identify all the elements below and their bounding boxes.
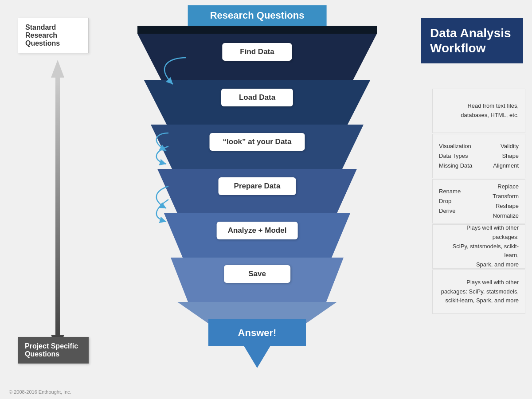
svg-marker-0 [51, 60, 64, 78]
look-data-label: “look” at your Data [223, 137, 292, 146]
load-data-label: Load Data [239, 93, 275, 102]
prep-rename: Rename [439, 187, 461, 196]
note-look-data: Visualization Data Types Missing Data Va… [432, 134, 525, 178]
look-types: Data Types [439, 151, 472, 161]
prepare-data-button[interactable]: Prepare Data [219, 177, 296, 195]
svg-rect-1 [55, 78, 60, 335]
left-panel: Standard Research Questions Project Spec… [9, 18, 98, 390]
svg-text:Answer!: Answer! [238, 327, 277, 338]
note-load-data: Read from text files, databases, HTML, e… [432, 89, 525, 133]
curved-arrows-svg [133, 44, 222, 266]
look-shape: Shape [493, 151, 519, 161]
standard-questions-label: Standard Research Questions [25, 23, 60, 47]
copyright-text: © 2008-2016 Enthought, Inc. [9, 389, 71, 395]
top-bar [137, 26, 377, 34]
project-questions-label: Project Specific Questions [25, 342, 78, 358]
answer-arrow-svg: Answer! [208, 319, 306, 368]
prep-reshape: Reshape [493, 201, 519, 211]
right-notes: Read from text files, databases, HTML, e… [432, 89, 525, 315]
save-label: Save [248, 270, 266, 278]
look-missing: Missing Data [439, 161, 472, 171]
note-look-data-left: Visualization Data Types Missing Data [439, 141, 472, 171]
note-prepare-left: Rename Drop Derive [439, 187, 461, 216]
title-box: Data Analysis Workflow [421, 18, 523, 63]
note-prepare-right: Replace Transform Reshape Normalize [493, 182, 519, 221]
standard-questions-box: Standard Research Questions [18, 18, 89, 53]
analyze-model-label: Analyze + Model [228, 226, 287, 235]
prep-transform: Transform [493, 192, 519, 201]
copyright: © 2008-2016 Enthought, Inc. [9, 389, 71, 395]
answer-arrow-container: Answer! [208, 319, 306, 370]
vertical-arrow [51, 60, 64, 352]
main-title: Data Analysis Workflow [430, 26, 511, 55]
analyze-model-button[interactable]: Analyze + Model [217, 222, 298, 239]
look-viz: Visualization [439, 141, 472, 151]
research-questions-header: Research Questions [188, 5, 327, 26]
note-analyze: Plays well with other packages:SciPy, st… [432, 224, 525, 269]
project-questions-box: Project Specific Questions [18, 337, 89, 364]
find-data-button[interactable]: Find Data [222, 43, 292, 61]
look-alignment: Alignment [493, 161, 519, 171]
prepare-data-label: Prepare Data [234, 182, 281, 190]
save-button[interactable]: Save [224, 265, 290, 283]
prep-replace: Replace [493, 182, 519, 192]
note-look-data-right: Validity Shape Alignment [493, 141, 519, 171]
note-analyze-text: Plays well with other packages:SciPy, st… [439, 223, 519, 270]
prep-derive: Derive [439, 206, 461, 216]
prep-normalize: Normalize [493, 211, 519, 221]
funnel-area: Research Questions Find Data Load Data “… [106, 0, 408, 399]
look-validity: Validity [493, 141, 519, 151]
note-prepare-data: Rename Drop Derive Replace Transform Res… [432, 179, 525, 223]
look-data-button[interactable]: “look” at your Data [210, 133, 305, 151]
prep-drop: Drop [439, 196, 461, 206]
note-save: Plays well with other packages: SciPy, s… [432, 270, 525, 314]
find-data-label: Find Data [240, 47, 274, 56]
load-data-button[interactable]: Load Data [221, 89, 293, 106]
research-questions-label: Research Questions [210, 10, 305, 21]
svg-marker-3 [208, 319, 306, 368]
note-load-data-text: Read from text files, databases, HTML, e… [439, 102, 519, 120]
note-save-text: Plays well with other packages: SciPy, s… [439, 278, 519, 305]
